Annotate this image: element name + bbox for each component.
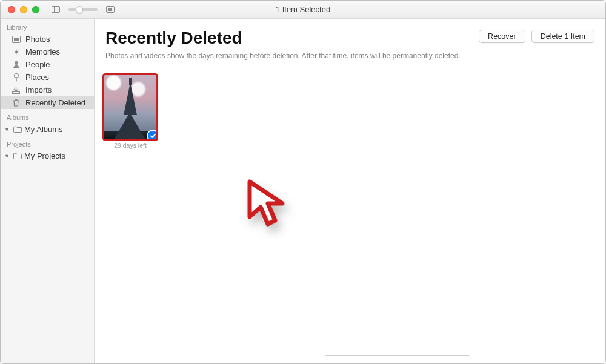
sidebar-item-label: People — [25, 60, 50, 69]
minimize-window-button[interactable] — [20, 6, 27, 13]
photos-icon — [12, 36, 21, 43]
annotation-cursor-icon — [247, 179, 296, 234]
sidebar-section-albums: Albums — [1, 113, 94, 123]
page-title: Recently Deleted — [105, 28, 479, 48]
sidebar-section-projects: Projects — [1, 139, 94, 150]
folder-icon — [13, 153, 22, 159]
imports-icon — [12, 87, 21, 94]
titlebar-tools — [52, 6, 115, 13]
page-subtitle: Photos and videos show the days remainin… — [105, 51, 479, 60]
titlebar: 1 Item Selected — [1, 1, 605, 19]
sidebar-item-label: Photos — [25, 35, 50, 44]
sidebar: Library Photos ✶ Memories People Places … — [1, 19, 95, 363]
sidebar-item-recently-deleted[interactable]: Recently Deleted — [1, 96, 94, 109]
folder-icon — [13, 126, 22, 133]
selection-check-icon — [147, 130, 156, 139]
people-icon — [12, 61, 21, 68]
sidebar-group-my-albums[interactable]: ▼ My Albums — [1, 123, 94, 136]
sidebar-toggle-icon[interactable] — [52, 6, 60, 13]
memories-icon: ✶ — [12, 48, 21, 56]
zoom-slider[interactable] — [68, 8, 98, 11]
svg-rect-5 — [14, 38, 19, 41]
recover-button[interactable]: Recover — [479, 30, 525, 43]
fullscreen-window-button[interactable] — [32, 6, 39, 13]
photo-thumbnail[interactable]: 29 days left — [103, 75, 158, 149]
thumbnail-image[interactable] — [104, 75, 156, 139]
sidebar-item-label: My Albums — [24, 125, 63, 134]
sidebar-item-people[interactable]: People — [1, 58, 94, 71]
window-controls — [1, 6, 39, 13]
sidebar-item-memories[interactable]: ✶ Memories — [1, 45, 94, 58]
trash-icon — [12, 99, 21, 107]
sidebar-item-imports[interactable]: Imports — [1, 84, 94, 96]
svg-rect-0 — [52, 7, 60, 13]
svg-rect-9 — [13, 91, 20, 93]
close-window-button[interactable] — [8, 6, 15, 13]
days-remaining-label: 29 days left — [114, 142, 147, 149]
content-header: Recently Deleted Photos and videos show … — [95, 19, 605, 64]
svg-point-7 — [14, 73, 18, 77]
sidebar-group-my-projects[interactable]: ▼ My Projects — [1, 150, 94, 162]
sidebar-item-label: My Projects — [24, 151, 65, 160]
sidebar-item-label: Memories — [25, 47, 60, 56]
sidebar-item-photos[interactable]: Photos — [1, 33, 94, 45]
sidebar-item-label: Places — [25, 73, 49, 82]
delete-button[interactable]: Delete 1 Item — [531, 30, 594, 43]
main-content: Recently Deleted Photos and videos show … — [95, 19, 605, 363]
svg-rect-3 — [108, 8, 112, 11]
sidebar-item-label: Recently Deleted — [25, 98, 85, 107]
bottom-bar-placeholder — [325, 355, 470, 363]
sidebar-item-places[interactable]: Places — [1, 71, 94, 84]
sidebar-item-label: Imports — [25, 85, 52, 94]
thumbnail-size-icon[interactable] — [106, 6, 115, 13]
app-window: 1 Item Selected Library Photos ✶ Memorie… — [0, 0, 606, 364]
disclosure-triangle-icon[interactable]: ▼ — [4, 153, 10, 159]
photo-grid[interactable]: 29 days left — [95, 64, 605, 363]
disclosure-triangle-icon[interactable]: ▼ — [4, 127, 10, 133]
svg-point-6 — [15, 61, 18, 65]
places-icon — [12, 73, 21, 82]
sidebar-section-library: Library — [1, 22, 94, 33]
